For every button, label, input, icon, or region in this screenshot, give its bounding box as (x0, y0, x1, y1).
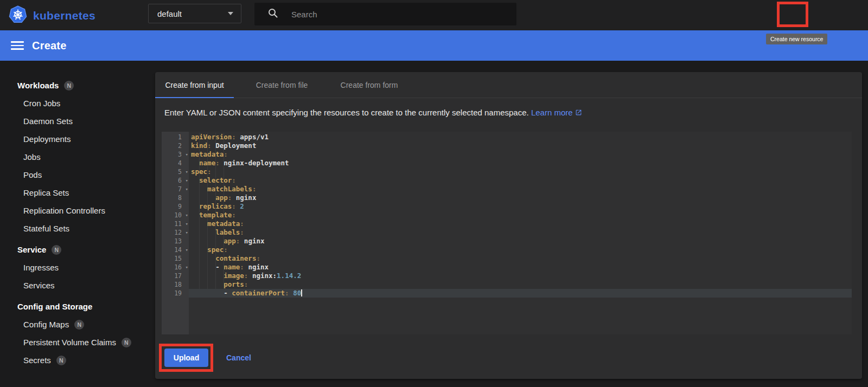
sidebar-header-label: Workloads (17, 81, 59, 90)
code-line[interactable]: image: nginx:1.14.2 (189, 272, 852, 280)
sidebar-header-config-and-storage[interactable]: Config and Storage (0, 298, 155, 315)
code-token (191, 194, 215, 202)
gutter-line-number: 6▾ (162, 176, 189, 185)
editor-code-area[interactable]: apiVersion: apps/v1kind: Deploymentmetad… (189, 132, 852, 334)
code-token (191, 176, 199, 184)
gutter-line-number: 16▾ (162, 263, 189, 272)
gutter-line-number: 18 (162, 280, 189, 289)
gutter-line-number: 14▾ (162, 246, 189, 254)
code-line[interactable]: app: nginx (189, 194, 852, 202)
fold-arrow-icon[interactable]: ▾ (186, 150, 188, 159)
fold-arrow-icon[interactable]: ▾ (186, 185, 188, 194)
gutter-line-number: 19 (162, 289, 189, 298)
sidebar-header-service[interactable]: ServiceN (0, 241, 155, 259)
code-line[interactable]: matchLabels: (189, 185, 852, 194)
sidebar-item-jobs[interactable]: Jobs (0, 148, 155, 166)
code-token: 2 (236, 202, 244, 210)
tab-create-from-file[interactable]: Create from file (242, 72, 321, 98)
new-badge: N (52, 245, 61, 255)
code-token: matchLabels (207, 185, 252, 193)
tab-bar: Create from inputCreate from fileCreate … (155, 72, 862, 98)
code-token (191, 159, 199, 167)
kubernetes-logo-icon (9, 5, 27, 26)
code-line[interactable]: name: nginx-deployment (189, 159, 852, 167)
sidebar-item-deployments[interactable]: Deployments (0, 130, 155, 148)
fold-arrow-icon[interactable]: ▾ (186, 211, 188, 220)
code-line[interactable]: containers: (189, 254, 852, 263)
fold-arrow-icon[interactable]: ▾ (186, 167, 188, 176)
code-token: Deployment (212, 141, 257, 150)
fold-arrow-icon[interactable]: ▾ (186, 220, 188, 228)
fold-arrow-icon[interactable]: ▾ (186, 176, 188, 185)
learn-more-link[interactable]: Learn more (531, 108, 582, 117)
sidebar-item-services[interactable]: Services (0, 276, 155, 294)
code-line[interactable]: selector: (189, 176, 852, 185)
new-badge: N (122, 338, 131, 347)
sidebar-item-persistent-volume-claims[interactable]: Persistent Volume ClaimsN (0, 333, 155, 351)
gutter-line-number: 8 (162, 194, 189, 202)
code-token: - (191, 263, 224, 271)
code-line[interactable]: - name: nginx (189, 263, 852, 272)
code-token: app (224, 237, 236, 245)
sidebar-item-config-maps[interactable]: Config MapsN (0, 315, 155, 333)
menu-button[interactable] (11, 39, 24, 52)
sidebar-item-ingresses[interactable]: Ingresses (0, 259, 155, 276)
sidebar-item-replica-sets[interactable]: Replica Sets (0, 184, 155, 202)
code-token: : (240, 263, 244, 271)
code-line[interactable]: metadata: (189, 220, 852, 228)
tab-create-from-form[interactable]: Create from form (330, 72, 409, 98)
sidebar-section-service: ServiceNIngressesServices (0, 241, 155, 294)
code-line[interactable]: template: (189, 211, 852, 220)
sidebar-item-label: Services (23, 281, 55, 290)
sidebar-item-label: Pods (23, 170, 42, 179)
code-line[interactable]: spec: (189, 246, 852, 254)
code-line[interactable]: kind: Deployment (189, 141, 852, 150)
code-token: app (215, 194, 228, 202)
sidebar-item-secrets[interactable]: SecretsN (0, 351, 155, 369)
sidebar-item-daemon-sets[interactable]: Daemon Sets (0, 112, 155, 130)
code-token (191, 237, 224, 245)
sidebar-item-pods[interactable]: Pods (0, 166, 155, 184)
sidebar-item-replication-controllers[interactable]: Replication Controllers (0, 202, 155, 220)
code-line[interactable]: apiVersion: apps/v1 (189, 133, 852, 141)
gutter-line-number: 2 (162, 141, 189, 150)
gutter-line-number: 7▾ (162, 185, 189, 194)
code-token: labels (215, 228, 240, 236)
code-token: : (285, 289, 289, 297)
code-token: 80 (289, 289, 302, 297)
fold-arrow-icon[interactable]: ▾ (186, 246, 188, 254)
code-line[interactable]: labels: (189, 228, 852, 237)
search-bar[interactable] (254, 3, 516, 25)
brand[interactable]: kubernetes (9, 5, 95, 26)
code-token: : (244, 280, 248, 288)
fold-arrow-icon[interactable]: ▾ (186, 228, 188, 237)
code-token: replicas (199, 202, 232, 210)
namespace-selector[interactable]: default (148, 4, 241, 23)
yaml-editor[interactable]: 123▾45▾6▾7▾8910▾11▾12▾1314▾1516▾171819 a… (162, 132, 852, 334)
form-actions: Upload Cancel (164, 349, 251, 367)
code-line[interactable]: app: nginx (189, 237, 852, 246)
upload-button[interactable]: Upload (164, 349, 208, 367)
code-line[interactable]: replicas: 2 (189, 202, 852, 211)
code-line[interactable]: metadata: (189, 150, 852, 159)
sidebar-item-label: Replication Controllers (23, 206, 105, 215)
code-token: : (232, 211, 236, 219)
sidebar-item-label: Config Maps (23, 320, 69, 329)
code-token: : (240, 220, 244, 228)
tab-create-from-input[interactable]: Create from input (155, 72, 234, 98)
code-token: : (232, 133, 236, 141)
sidebar-header-workloads[interactable]: WorkloadsN (0, 76, 155, 94)
fold-arrow-icon[interactable]: ▾ (186, 263, 188, 272)
sidebar-item-cron-jobs[interactable]: Cron Jobs (0, 94, 155, 112)
sidebar-item-stateful-sets[interactable]: Stateful Sets (0, 220, 155, 237)
code-line[interactable]: - containerPort: 80 (189, 289, 852, 298)
code-token: image (224, 272, 244, 280)
code-line[interactable]: spec: (189, 167, 852, 176)
search-input[interactable] (291, 10, 497, 19)
code-line[interactable]: ports: (189, 280, 852, 289)
code-token (191, 211, 199, 219)
cancel-button[interactable]: Cancel (226, 353, 251, 362)
code-token (191, 280, 224, 288)
gutter-line-number: 13 (162, 237, 189, 246)
code-token: nginx (244, 263, 269, 271)
